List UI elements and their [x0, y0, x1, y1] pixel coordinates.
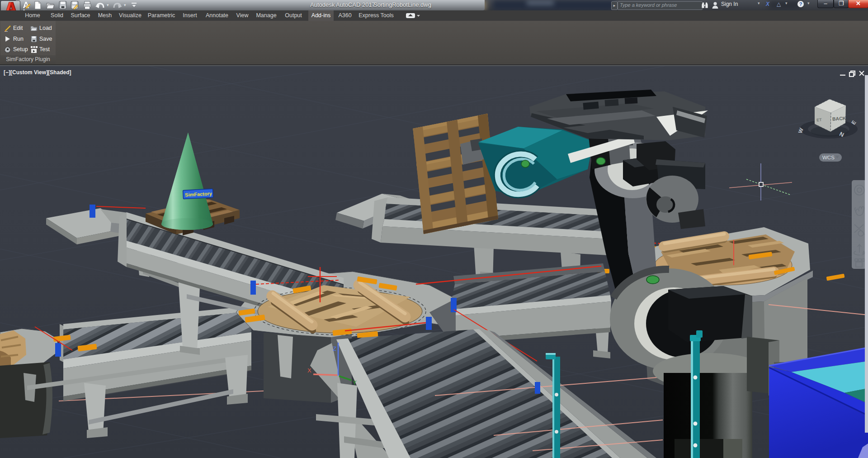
- svg-text:▾: ▾: [107, 3, 109, 7]
- svg-text:X: X: [307, 367, 311, 374]
- svg-text:Z: Z: [333, 345, 336, 352]
- svg-text:WCS: WCS: [822, 155, 835, 160]
- svg-text:▾: ▾: [124, 3, 126, 7]
- svg-text:BACK: BACK: [832, 115, 847, 122]
- svg-text:Y: Y: [353, 379, 357, 386]
- svg-text:ΕΤ: ΕΤ: [816, 117, 822, 122]
